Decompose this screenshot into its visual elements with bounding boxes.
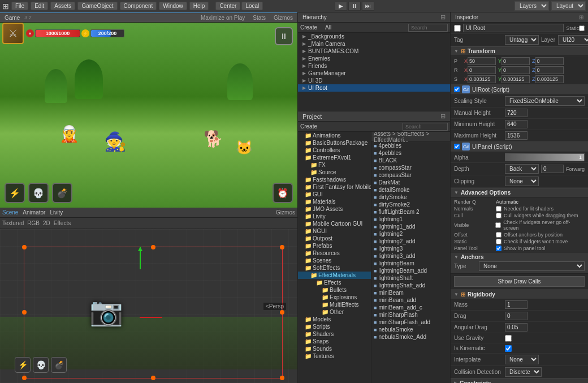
tree-explosions[interactable]: 📁Explosions bbox=[298, 294, 371, 301]
gizmos-scene-label[interactable]: Gizmos bbox=[276, 209, 295, 216]
manual-height-input[interactable] bbox=[505, 109, 528, 117]
tree-source[interactable]: 📁Source bbox=[298, 169, 371, 176]
asset-dirtysmoke2[interactable]: ■dirtySmoke2 bbox=[371, 201, 450, 208]
advanced-options-header[interactable]: ▼ Advanced Options bbox=[451, 188, 588, 197]
asset-lightning1[interactable]: ■lightning1 bbox=[371, 216, 450, 223]
gameobject-menu[interactable]: GameObject bbox=[77, 2, 117, 10]
handle-br[interactable] bbox=[280, 376, 284, 380]
mass-input[interactable] bbox=[505, 300, 528, 309]
uiroot-component-header[interactable]: C# UIRoot (Script) bbox=[451, 84, 588, 95]
asset-lightning2-add[interactable]: ■lightning2_add bbox=[371, 238, 450, 245]
edit-menu[interactable]: Edit bbox=[31, 2, 48, 10]
h-item-buntgames[interactable]: ▶ BUNTGAMES.COM bbox=[298, 48, 450, 55]
transform-local-btn[interactable]: Local bbox=[241, 2, 263, 10]
sc-y-input[interactable] bbox=[501, 75, 530, 83]
angular-drag-input[interactable] bbox=[505, 323, 528, 332]
h-item-uiroot[interactable]: ▶ UI Root bbox=[298, 84, 450, 92]
uipanel-component-header[interactable]: C# UIPanel (Script) bbox=[451, 141, 588, 152]
rgb-label[interactable]: RGB bbox=[27, 220, 40, 226]
file-menu[interactable]: File bbox=[11, 2, 28, 10]
asset-lightningshaft-add[interactable]: ■lightningShaft_add bbox=[371, 282, 450, 289]
collision-dropdown[interactable]: Discrete bbox=[505, 367, 542, 377]
asset-minibeam-add[interactable]: ■miniBeam_add bbox=[371, 296, 450, 304]
tree-shaders[interactable]: 📁Shaders bbox=[298, 330, 371, 338]
tree-jmo[interactable]: 📁JMO Assets bbox=[298, 205, 371, 213]
asset-minisharpflash-add[interactable]: ■miniSharpFlash_add bbox=[371, 319, 450, 326]
gizmos-game-label[interactable]: Gizmos bbox=[274, 15, 293, 21]
maximize-on-play[interactable]: Maximize on Play bbox=[201, 15, 245, 21]
tree-fx[interactable]: 📁FX bbox=[298, 161, 371, 169]
panel-tool-checkbox[interactable] bbox=[496, 246, 501, 251]
h-item-friends[interactable]: ▶ Friends bbox=[298, 62, 450, 70]
object-active-checkbox[interactable] bbox=[454, 25, 461, 32]
h-item-gamemanager[interactable]: ▶ GameManager bbox=[298, 70, 450, 77]
2d-label[interactable]: 2D bbox=[43, 220, 50, 226]
max-height-input[interactable] bbox=[505, 131, 528, 140]
asset-nebulasmoke-add[interactable]: ■nebulaSmoke_Add bbox=[371, 333, 450, 341]
tree-scenes[interactable]: 📁Scenes bbox=[298, 257, 371, 264]
asset-nebulasmoke[interactable]: ■nebulaSmoke bbox=[371, 326, 450, 333]
static-checkbox-adv[interactable] bbox=[496, 239, 501, 244]
tree-effectmaterials[interactable]: 📁EffectMaterials bbox=[298, 272, 371, 279]
step-button[interactable]: ⏭ bbox=[362, 2, 374, 11]
tree-gui[interactable]: 📁GUI bbox=[298, 191, 371, 198]
show-draw-calls-btn[interactable]: Show Draw Calls bbox=[454, 276, 585, 287]
offset-checkbox[interactable] bbox=[496, 232, 501, 238]
asset-4pebbles-1[interactable]: ■4pebbles bbox=[371, 142, 450, 149]
hierarchy-all[interactable]: All bbox=[325, 24, 331, 31]
asset-detailsmoke[interactable]: ■detailSmoke bbox=[371, 186, 450, 193]
visible-checkbox[interactable] bbox=[495, 222, 501, 228]
sc-z-input[interactable] bbox=[535, 75, 564, 83]
cull-checkbox[interactable] bbox=[496, 213, 501, 218]
pos-x-input[interactable] bbox=[468, 57, 496, 65]
use-gravity-checkbox[interactable] bbox=[505, 335, 512, 342]
tree-basicbuttons[interactable]: 📁BasicButtonsPackage bbox=[298, 139, 371, 147]
hierarchy-search[interactable] bbox=[408, 24, 448, 32]
tree-controllers[interactable]: 📁Controllers bbox=[298, 147, 371, 154]
project-search[interactable] bbox=[403, 123, 448, 131]
project-maximize[interactable]: ⊞ bbox=[440, 113, 446, 120]
rigidbody-section-header[interactable]: ▼ ⊞ Rigidbody bbox=[451, 290, 588, 299]
tree-bullets[interactable]: 📁Bullets bbox=[298, 286, 371, 294]
handle-ml[interactable] bbox=[22, 310, 27, 315]
play-button[interactable]: ▶ bbox=[335, 2, 347, 11]
asset-minisharpflash[interactable]: ■miniSharpFlash bbox=[371, 311, 450, 319]
object-name-field[interactable] bbox=[463, 24, 564, 32]
handle-mr[interactable] bbox=[280, 310, 284, 315]
rot-x-input[interactable] bbox=[468, 66, 496, 74]
normals-checkbox[interactable] bbox=[496, 206, 501, 212]
tab-animator[interactable]: Animator bbox=[23, 209, 45, 216]
game-tab[interactable]: Game 3:2 Maximize on Play Stats Gizmos bbox=[0, 12, 297, 23]
clipping-dropdown[interactable]: None bbox=[505, 177, 539, 186]
drag-input[interactable] bbox=[505, 312, 528, 320]
asset-compassstar-2[interactable]: ■compassStar bbox=[371, 171, 450, 179]
skill-btn-1[interactable]: ⚡ bbox=[5, 183, 25, 203]
tree-models[interactable]: 📁Models bbox=[298, 316, 371, 323]
tree-effects[interactable]: 📁Effects bbox=[298, 279, 371, 286]
tree-extremefx[interactable]: 📁ExtremeFXvol1 bbox=[298, 154, 371, 161]
layers-dropdown[interactable]: Layers bbox=[514, 1, 549, 11]
asset-lightningbeam-add[interactable]: ■lightningBeam_add bbox=[371, 267, 450, 274]
asset-lightningshaft[interactable]: ■lightningShaft bbox=[371, 274, 450, 282]
hierarchy-maximize[interactable]: ⊞ bbox=[440, 14, 446, 21]
pause-button[interactable]: ⏸ bbox=[348, 2, 361, 11]
layout-dropdown[interactable]: Layout bbox=[551, 1, 586, 11]
asset-lightningbeam[interactable]: ■lightningBeam bbox=[371, 260, 450, 267]
h-item-enemies[interactable]: ▶ Enemies bbox=[298, 55, 450, 62]
tree-materials[interactable]: 📁Materials bbox=[298, 198, 371, 205]
pos-z-input[interactable] bbox=[535, 57, 564, 65]
transform-section-header[interactable]: ▼ ⊞ Transform bbox=[451, 46, 588, 56]
handle-bl[interactable] bbox=[22, 376, 27, 380]
asset-black[interactable]: ■BLACK bbox=[371, 157, 450, 164]
timer-btn[interactable]: ⏰ bbox=[273, 183, 293, 203]
assets-menu[interactable]: Assets bbox=[50, 2, 75, 10]
transform-center-btn[interactable]: Center bbox=[215, 2, 240, 10]
tree-outpost[interactable]: 📁Outpost bbox=[298, 235, 371, 242]
asset-darkmat[interactable]: ■DarkMat bbox=[371, 179, 450, 186]
project-create[interactable]: Create bbox=[300, 123, 317, 130]
layer-dropdown[interactable]: UI20 bbox=[558, 35, 588, 45]
depth-dropdown[interactable]: Back bbox=[505, 164, 539, 174]
tree-other[interactable]: 📁Other bbox=[298, 308, 371, 316]
tree-livity[interactable]: 📁Livity bbox=[298, 213, 371, 220]
min-height-input[interactable] bbox=[505, 120, 528, 128]
